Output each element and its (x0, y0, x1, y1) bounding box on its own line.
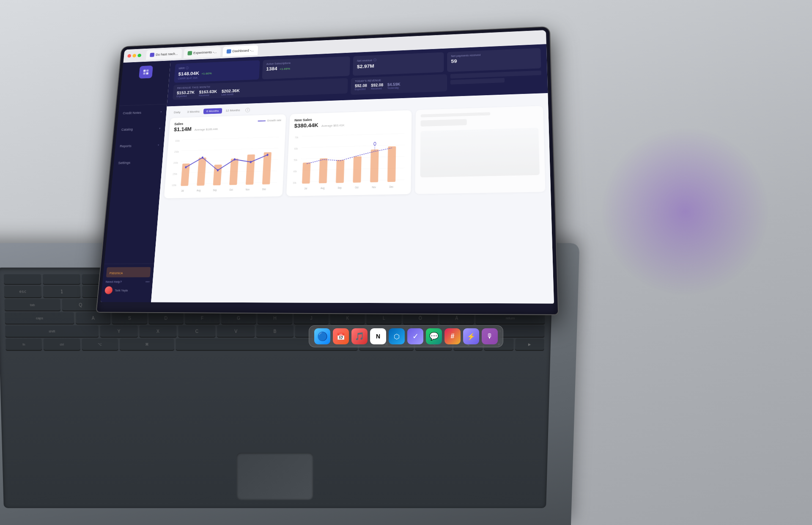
browser-tab-1[interactable]: Du hast nach... (146, 49, 182, 60)
dock: 🔵 📅 🎵 N ⬡ ✓ 💬 # ⚡ 🎙 (309, 325, 503, 347)
svg-text:Aug: Aug (321, 186, 325, 190)
need-help-item[interactable]: Need Help? ••• (105, 280, 150, 284)
tr-expected: $92.08 Expected (355, 83, 367, 91)
dock-finder-icon[interactable]: 🔵 (314, 328, 330, 344)
net-revenue-info-icon[interactable]: ⓘ (373, 58, 377, 62)
net-revenue-card: Net revenue ⓘ $2.97M (353, 52, 444, 75)
sales-chart-panel: Sales $1.14M Average $189.44K Growt (164, 114, 286, 198)
svg-rect-42 (302, 162, 310, 184)
svg-rect-19 (262, 152, 272, 184)
mrr-info-icon[interactable]: ⓘ (186, 66, 189, 70)
chevron-icon: ▾ (160, 110, 162, 113)
dock-workflows-icon[interactable]: ⚡ (463, 328, 479, 344)
tr-received: $92.08 Received (371, 83, 383, 90)
dock-notion-icon[interactable]: N (370, 328, 386, 344)
svg-text:40k: 40k (294, 169, 298, 173)
svg-line-37 (302, 133, 405, 136)
sidebar-item-label: Reports (120, 144, 132, 148)
svg-text:Oct: Oct (229, 188, 233, 191)
svg-text:Nov: Nov (246, 187, 250, 191)
maximize-button[interactable] (137, 54, 141, 58)
svg-text:70k: 70k (295, 135, 299, 139)
svg-rect-0 (143, 70, 146, 72)
tab-favicon-2 (187, 51, 192, 55)
third-chart-panel (415, 106, 546, 194)
svg-line-9 (182, 137, 279, 140)
laptop-screen: Du hast nach... Experiments -... Dashboa… (97, 27, 558, 314)
browser-tab-3[interactable]: Dashboard -... (222, 45, 258, 57)
svg-rect-2 (143, 72, 145, 74)
svg-text:Aug: Aug (197, 188, 201, 192)
user-profile-item[interactable]: Tarik Yayla (104, 286, 149, 294)
revenue-expected: $153.27K Expected (176, 90, 195, 98)
svg-rect-15 (197, 157, 206, 186)
svg-text:Dec: Dec (390, 185, 394, 188)
svg-text:30k: 30k (293, 181, 297, 184)
svg-text:Sep: Sep (337, 186, 342, 190)
dock-whatsapp-icon[interactable]: 💬 (426, 328, 442, 344)
sales-chart-legend: Growth rate (258, 119, 281, 122)
svg-point-48 (374, 142, 376, 145)
minimize-button[interactable] (132, 54, 136, 58)
svg-rect-46 (370, 149, 379, 182)
close-button[interactable] (127, 54, 131, 58)
svg-rect-43 (319, 158, 328, 183)
tab-daily[interactable]: Daily (170, 110, 184, 115)
sidebar-item-label: Settings (118, 161, 130, 165)
svg-line-10 (181, 148, 278, 151)
svg-text:150k: 150k (173, 172, 178, 176)
mrr-card: MRR ⓘ $148.04K +1.60% CMRR $147.31K (174, 60, 260, 82)
sidebar-item-settings[interactable]: Settings (113, 157, 163, 168)
svg-text:100k: 100k (172, 183, 177, 187)
svg-text:200k: 200k (173, 161, 178, 164)
svg-text:60k: 60k (294, 147, 298, 150)
dock-music-icon[interactable]: 🎵 (351, 328, 368, 344)
sidebar-logo (139, 66, 153, 79)
svg-text:Sep: Sep (213, 188, 217, 192)
chevron-icon: ▾ (158, 144, 159, 147)
tab-3months[interactable]: 3 Months (184, 109, 203, 115)
svg-rect-18 (246, 154, 255, 185)
svg-text:300k: 300k (175, 139, 180, 142)
svg-text:Dec: Dec (262, 187, 266, 190)
svg-rect-3 (146, 72, 148, 74)
svg-rect-44 (336, 160, 344, 183)
revenue-last-month: $202.36K Last month (221, 88, 240, 96)
active-subscriptions-card: Active Subscriptions 1384 +1.69% (262, 56, 350, 79)
dock-tasks-icon[interactable]: ✓ (407, 328, 423, 344)
traffic-lights (127, 54, 141, 58)
dock-slack-icon[interactable]: # (444, 328, 461, 344)
legend-line-icon (258, 120, 265, 121)
svg-text:250k: 250k (174, 150, 179, 153)
svg-text:Jul: Jul (304, 187, 307, 190)
svg-text:Jul: Jul (181, 189, 184, 192)
svg-text:Oct: Oct (355, 185, 359, 189)
sidebar-item-reports[interactable]: Reports ▾ (115, 140, 164, 151)
revenue-received: $163.63K Received (199, 89, 217, 97)
dock-calendar-icon[interactable]: 📅 (333, 328, 349, 344)
svg-rect-45 (353, 157, 362, 183)
period-info-icon[interactable]: i (245, 107, 250, 112)
tab-6months[interactable]: 6 Months (203, 108, 222, 114)
dock-vscode-icon[interactable]: ⬡ (389, 328, 405, 344)
svg-rect-17 (229, 159, 239, 185)
new-sales-chart-panel: New Sales $380.44K Average $63.41K (286, 110, 411, 196)
svg-text:Nov: Nov (372, 185, 377, 189)
chevron-icon: ▾ (159, 127, 161, 130)
tr-yesterday: $4.59K Yesterday (387, 82, 401, 90)
tab-favicon-1 (150, 53, 154, 57)
dock-podcasts-icon[interactable]: 🎙 (482, 328, 498, 344)
svg-text:50k: 50k (294, 158, 298, 162)
psd2-sca-item[interactable]: PSD2/SCA (106, 267, 151, 277)
svg-rect-1 (146, 69, 149, 71)
todays-revenue-section: TODAY'S REVENUE $92.08 Expected $92.08 R… (351, 74, 447, 95)
svg-line-13 (179, 182, 277, 184)
svg-rect-47 (387, 146, 396, 182)
tab-favicon-3 (226, 49, 231, 53)
sidebar-item-label: Catalog (121, 127, 133, 131)
browser-tab-2[interactable]: Experiments -... (184, 47, 221, 58)
tab-12months[interactable]: 12 Months (222, 107, 243, 113)
sidebar-item-label: Credit Notes (123, 111, 141, 115)
net-payments-card: Net payments received 59 (447, 48, 541, 72)
